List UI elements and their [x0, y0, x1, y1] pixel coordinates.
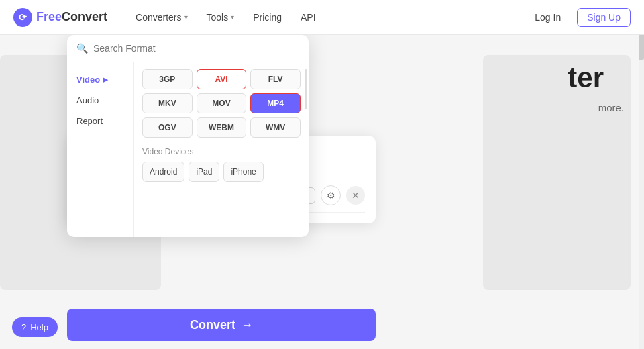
device-grid: Android iPad iPhone — [142, 162, 301, 182]
search-format-input[interactable] — [93, 43, 299, 54]
format-wmv[interactable]: WMV — [250, 117, 301, 138]
format-mov[interactable]: MOV — [197, 93, 247, 113]
nav-converters[interactable]: Converters ▾ — [127, 8, 195, 27]
help-label: Help — [30, 322, 48, 332]
format-avi[interactable]: AVI — [197, 69, 247, 89]
login-button[interactable]: Log In — [527, 8, 569, 27]
converters-chevron-icon: ▾ — [184, 13, 188, 21]
nav-tools[interactable]: Tools ▾ — [199, 8, 243, 27]
device-ipad[interactable]: iPad — [189, 162, 219, 182]
dropdown-scrollbar[interactable] — [305, 62, 307, 237]
format-dropdown: 🔍 Video ▶ Audio Report 3GP AVI — [67, 35, 309, 237]
format-area: 3GP AVI FLV MKV MOV MP4 OGV WEBM WMV Vid… — [134, 62, 309, 237]
navbar: ⟳ FreeConvert Converters ▾ Tools ▾ Prici… — [0, 0, 644, 35]
category-report-label: Report — [76, 116, 103, 126]
remove-file-button[interactable]: ✕ — [346, 186, 365, 205]
nav-api[interactable]: API — [292, 8, 324, 27]
nav-right: Log In Sign Up — [527, 8, 631, 27]
help-button[interactable]: ? Help — [12, 317, 58, 337]
bg-card-right — [483, 55, 631, 290]
category-video-label: Video — [76, 74, 100, 85]
logo[interactable]: ⟳ FreeConvert — [13, 8, 107, 27]
hero-text-end: ter — [568, 62, 604, 94]
logo-icon: ⟳ — [13, 8, 32, 27]
video-devices-label: Video Devices — [142, 147, 301, 156]
category-audio-label: Audio — [76, 95, 99, 105]
format-flv[interactable]: FLV — [250, 69, 301, 89]
nav-links: Converters ▾ Tools ▾ Pricing API — [127, 8, 527, 27]
device-android[interactable]: Android — [142, 162, 184, 182]
main-area: Onl ter Easily more. 📄 Add More 26115145… — [0, 35, 644, 349]
format-ogv[interactable]: OGV — [142, 117, 193, 138]
format-grid: 3GP AVI FLV MKV MOV MP4 OGV WEBM WMV — [142, 69, 301, 138]
convert-label: Convert — [190, 318, 235, 332]
settings-button[interactable]: ⚙ — [321, 185, 341, 205]
category-arrow-icon: ▶ — [103, 76, 108, 83]
dropdown-scrollbar-thumb[interactable] — [305, 69, 307, 109]
format-webm[interactable]: WEBM — [197, 117, 247, 138]
format-mp4[interactable]: MP4 — [250, 93, 301, 113]
nav-pricing[interactable]: Pricing — [245, 8, 290, 27]
hero-sub-end: more. — [598, 102, 624, 113]
format-mkv[interactable]: MKV — [142, 93, 193, 113]
help-icon: ? — [21, 322, 26, 332]
device-iphone[interactable]: iPhone — [223, 162, 263, 182]
search-icon: 🔍 — [76, 43, 88, 54]
convert-button[interactable]: Convert → — [67, 309, 376, 341]
category-audio[interactable]: Audio — [67, 90, 133, 111]
convert-arrow-icon: → — [241, 318, 253, 332]
signup-button[interactable]: Sign Up — [577, 8, 631, 27]
category-video[interactable]: Video ▶ — [67, 69, 133, 90]
logo-text: FreeConvert — [36, 10, 107, 24]
tools-chevron-icon: ▾ — [231, 13, 234, 21]
dropdown-body: Video ▶ Audio Report 3GP AVI FLV MKV MOV… — [67, 62, 309, 237]
format-3gp[interactable]: 3GP — [142, 69, 193, 89]
search-box: 🔍 — [67, 35, 309, 62]
category-report[interactable]: Report — [67, 111, 133, 132]
category-list: Video ▶ Audio Report — [67, 62, 134, 237]
